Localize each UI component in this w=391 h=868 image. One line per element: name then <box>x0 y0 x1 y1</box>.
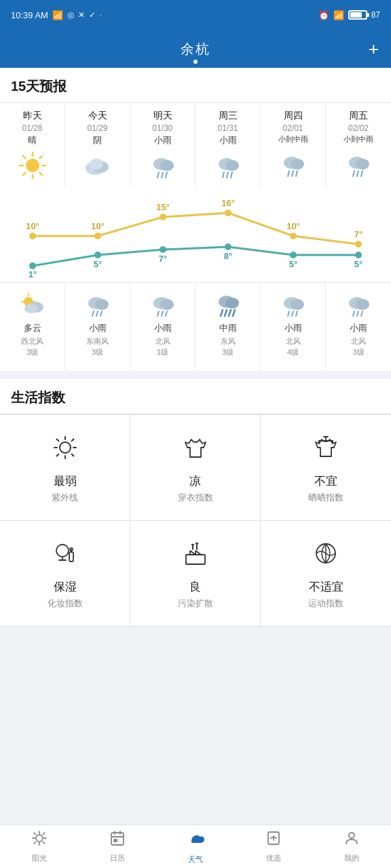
svg-rect-127 <box>111 833 124 845</box>
life-section-title: 生活指数 <box>0 379 391 414</box>
icon-bottom-4 <box>276 285 311 321</box>
life-cell-uv[interactable]: 最弱 紫外线 <box>0 415 130 521</box>
day-date-5: 02/02 <box>348 123 369 133</box>
forecast-col-5: 周五 02/02 小到中雨 <box>326 103 391 187</box>
svg-point-46 <box>160 246 166 253</box>
svg-point-64 <box>95 299 109 310</box>
check-icon: ✓ <box>89 10 96 20</box>
life-cell-sports[interactable]: 不适宜 运动指数 <box>261 521 391 627</box>
svg-line-82 <box>292 311 293 316</box>
icon-bottom-0 <box>15 285 50 321</box>
svg-text:10°: 10° <box>26 221 39 231</box>
header: 余杭 + <box>0 30 391 68</box>
cosmetics-value: 保湿 <box>54 579 77 595</box>
nav-label-calendar: 日历 <box>110 853 125 863</box>
cond-top-1: 阴 <box>90 133 105 148</box>
nav-item-preferred[interactable]: 优选 <box>235 825 313 868</box>
forecast-col-0: 昨天 01/28 晴 <box>0 103 65 187</box>
svg-text:10°: 10° <box>91 221 105 231</box>
clothing-label: 穿衣指数 <box>178 492 213 504</box>
svg-point-35 <box>225 210 231 216</box>
svg-point-48 <box>290 252 297 258</box>
sports-value: 不适宜 <box>309 579 343 595</box>
life-cell-clothing[interactable]: 凉 穿衣指数 <box>130 415 261 521</box>
nav-item-sunshine[interactable]: 阳光 <box>0 825 78 868</box>
header-dot <box>193 60 198 64</box>
svg-point-32 <box>29 233 36 239</box>
svg-line-86 <box>353 311 354 316</box>
life-cell-pollution[interactable]: 良 污染扩散 <box>130 521 261 627</box>
svg-text:8°: 8° <box>224 251 232 261</box>
wind-4: 北风 <box>283 336 303 347</box>
svg-point-49 <box>355 252 362 258</box>
nav-item-weather[interactable]: 天气 <box>156 825 234 868</box>
uv-label: 紫外线 <box>52 492 78 504</box>
svg-line-7 <box>39 156 42 159</box>
wind-3: 东风 <box>218 336 238 347</box>
drying-value: 不宜 <box>314 473 337 489</box>
svg-line-29 <box>353 171 354 176</box>
add-button[interactable]: + <box>369 40 379 58</box>
wind-1: 东南风 <box>83 336 111 347</box>
cond-bottom-5: 小雨 <box>347 321 370 336</box>
icon-bottom-1 <box>80 285 115 321</box>
icon-bottom-3 <box>210 285 246 321</box>
svg-rect-109 <box>186 555 205 564</box>
icon-top-4 <box>276 146 311 182</box>
nav-item-mine[interactable]: 我的 <box>313 825 391 868</box>
svg-line-30 <box>357 171 358 176</box>
status-left: 10:39 AM 📶 ◎ ✕ ✓ · <box>11 10 102 20</box>
forecast-col-2: 明天 01/30 小雨 <box>130 103 196 187</box>
svg-rect-131 <box>114 840 117 842</box>
forecast-col-1: 今天 01/29 阴 <box>65 103 130 187</box>
wind-2: 北风 <box>153 336 173 347</box>
svg-line-25 <box>292 171 293 176</box>
day-name-1: 今天 <box>88 110 107 122</box>
cond-bottom-3: 中雨 <box>217 321 240 336</box>
svg-line-72 <box>166 311 167 316</box>
svg-point-37 <box>355 241 362 248</box>
header-title: 余杭 <box>181 40 210 58</box>
sync-icon: ✕ <box>78 10 85 20</box>
svg-line-81 <box>288 311 289 316</box>
svg-line-78 <box>233 310 235 316</box>
svg-line-66 <box>96 311 98 316</box>
svg-point-33 <box>94 233 101 239</box>
svg-line-5 <box>22 156 25 159</box>
nav-item-calendar[interactable]: 日历 <box>78 825 156 868</box>
pollution-value: 良 <box>189 579 201 595</box>
svg-line-19 <box>223 172 224 178</box>
svg-point-0 <box>26 159 39 172</box>
svg-line-88 <box>361 311 362 316</box>
cond-bottom-0: 多云 <box>21 321 44 336</box>
svg-line-126 <box>34 842 35 844</box>
forecast-bottom-4: 小雨 北风 4级 <box>261 283 326 371</box>
forecast-col-4: 周四 02/01 小到中雨 <box>261 103 326 187</box>
svg-line-95 <box>71 454 73 456</box>
svg-point-34 <box>160 214 166 220</box>
forecast-scroll[interactable]: 昨天 01/28 晴 <box>0 103 391 371</box>
cond-top-2: 小雨 <box>151 133 174 148</box>
svg-line-83 <box>296 311 297 316</box>
uv-value: 最弱 <box>54 473 77 489</box>
clothing-icon <box>182 434 209 467</box>
life-cell-drying[interactable]: 不宜 晒晒指数 <box>261 415 391 521</box>
svg-line-113 <box>196 551 201 555</box>
wind-level-3: 3级 <box>222 347 234 364</box>
drying-label: 晒晒指数 <box>308 492 343 504</box>
pollution-label: 污染扩散 <box>178 597 213 610</box>
day-date-4: 02/01 <box>282 123 303 133</box>
svg-text:15°: 15° <box>156 202 170 212</box>
svg-line-123 <box>34 833 35 834</box>
svg-line-87 <box>357 311 358 316</box>
svg-rect-106 <box>69 552 73 561</box>
wind-level-1: 3级 <box>92 347 103 364</box>
signal-icon: 📶 <box>52 10 63 20</box>
cond-top-3: 小雨 <box>217 133 240 148</box>
life-cell-cosmetics[interactable]: 保湿 化妆指数 <box>0 521 130 627</box>
forecast-bottom-2: 小雨 北风 1级 <box>130 283 196 371</box>
forecast-col-3: 周三 01/31 小雨 <box>196 103 261 187</box>
svg-line-21 <box>231 172 232 178</box>
icon-bottom-2 <box>145 285 181 321</box>
calendar-icon <box>109 830 126 850</box>
